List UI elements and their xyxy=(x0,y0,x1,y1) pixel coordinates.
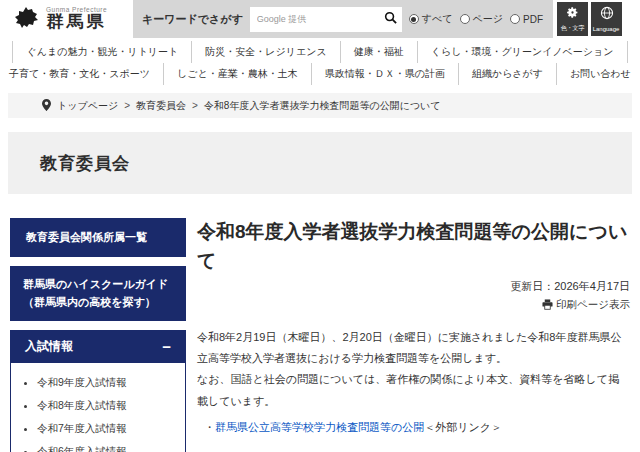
print-page-link[interactable]: 印刷ページ表示 xyxy=(542,298,630,312)
breadcrumb-separator: > xyxy=(192,100,198,111)
radio-pdf-label: PDF xyxy=(523,14,543,25)
map-pin-icon xyxy=(42,99,51,113)
radio-page-label: ページ xyxy=(473,12,503,26)
language-label: Language xyxy=(593,25,620,32)
search-box xyxy=(250,7,402,32)
sidebar-accordion-exam-info[interactable]: 入試情報 − xyxy=(10,330,186,363)
article-sentence-2: なお、国語と社会の問題については、著作権の関係により本文、資料等を省略して掲載し… xyxy=(197,373,619,406)
radio-pdf[interactable]: PDF xyxy=(510,14,543,25)
highschool-guide-line2: （群馬県内の高校を探す） xyxy=(23,296,156,308)
collapse-minus-icon[interactable]: − xyxy=(162,339,171,354)
nav-item-attraction[interactable]: ぐんまの魅力・観光・リトリート xyxy=(12,41,191,63)
nav-item-living[interactable]: くらし・環境・グリーンイノベーション xyxy=(417,41,628,63)
search-input[interactable] xyxy=(257,14,383,24)
search-button[interactable] xyxy=(383,11,398,27)
sidebar-link-highschool-guide[interactable]: 群馬県のハイスクールガイド （群馬県内の高校を探す） xyxy=(10,266,186,321)
site-logo[interactable]: Gunma Prefecture 群馬県 xyxy=(14,5,107,33)
section-title: 教育委員会 xyxy=(40,152,130,175)
radio-page-circle[interactable] xyxy=(460,14,470,24)
sidebar-item-reiwa6[interactable]: 令和6年度入試情報 xyxy=(37,440,179,452)
external-link-row: ・群馬県公立高等学校学力検査問題等の公開＜外部リンク＞ xyxy=(197,418,630,438)
sidebar-item-reiwa9[interactable]: 令和9年度入試情報 xyxy=(37,371,179,394)
logo-text-ja: 群馬県 xyxy=(46,13,107,32)
radio-pdf-circle[interactable] xyxy=(510,14,520,24)
nav-item-childcare[interactable]: 子育て・教育・文化・スポーツ xyxy=(0,63,163,85)
gear-icon xyxy=(566,6,579,22)
color-text-settings-button[interactable]: 色・文字 xyxy=(557,2,588,36)
nav-item-org[interactable]: 組織からさがす xyxy=(458,63,556,85)
radio-page[interactable]: ページ xyxy=(460,12,503,26)
section-banner: 教育委員会 xyxy=(8,132,632,194)
color-text-settings-label: 色・文字 xyxy=(561,24,585,33)
search-label: キーワードでさがす xyxy=(142,12,243,27)
page-title: 令和8年度入学者選抜学力検査問題等の公開について xyxy=(197,218,630,275)
printer-icon xyxy=(542,299,553,312)
global-nav: ぐんまの魅力・観光・リトリート 防災・安全・レジリエンス 健康・福祉 くらし・環… xyxy=(0,38,640,93)
link-bullet: ・ xyxy=(204,421,215,433)
sidebar-exam-info-list: 令和9年度入試情報 令和8年度入試情報 令和7年度入試情報 令和6年度入試情報 … xyxy=(10,363,186,452)
external-link-suffix: ＜外部リンク＞ xyxy=(424,421,502,433)
site-header: Gunma Prefecture 群馬県 キーワードでさがす すべて ページ xyxy=(0,0,640,38)
radio-all[interactable]: すべて xyxy=(409,12,453,26)
sidebar-item-reiwa8[interactable]: 令和8年度入試情報 xyxy=(37,394,179,417)
sidebar-item-reiwa7[interactable]: 令和7年度入試情報 xyxy=(37,417,179,440)
nav-item-prefgov[interactable]: 県政情報・ＤＸ・県の計画 xyxy=(311,63,458,85)
language-button[interactable]: Language xyxy=(591,2,622,36)
breadcrumb-home[interactable]: トップページ xyxy=(57,99,118,113)
radio-all-label: すべて xyxy=(422,12,453,26)
breadcrumb-separator: > xyxy=(124,100,130,111)
highschool-guide-line1: 群馬県のハイスクールガイド xyxy=(23,278,168,290)
article-sentence-1: 令和8年2月19日（木曜日）、2月20日（金曜日）に実施されました令和8年度群馬… xyxy=(197,331,622,364)
external-link-exam-problems[interactable]: 群馬県公立高等学校学力検査問題等の公開 xyxy=(215,421,424,433)
globe-icon xyxy=(600,6,614,23)
global-nav-row-2: 子育て・教育・文化・スポーツ しごと・産業・農林・土木 県政情報・ＤＸ・県の計画… xyxy=(0,63,640,85)
sidebar-link-departments[interactable]: 教育委員会関係所属一覧 xyxy=(10,218,186,257)
nav-item-work[interactable]: しごと・産業・農林・土木 xyxy=(163,63,311,85)
header-tools: 色・文字 Language xyxy=(557,2,622,36)
article-paragraph: 令和8年2月19日（木曜日）、2月20日（金曜日）に実施されました令和8年度群馬… xyxy=(197,327,630,413)
print-page-label: 印刷ページ表示 xyxy=(556,298,630,312)
breadcrumb-current-page: 令和8年度入学者選抜学力検査問題等の公開について xyxy=(204,99,441,113)
nav-item-disaster[interactable]: 防災・安全・レジリエンス xyxy=(191,41,339,63)
page-meta: 更新日：2026年4月17日 印刷ページ表示 xyxy=(197,279,630,314)
breadcrumb-board-of-education[interactable]: 教育委員会 xyxy=(136,99,186,113)
search-bar: キーワードでさがす すべて ページ PDF xyxy=(133,0,553,38)
search-icon xyxy=(384,11,397,27)
accordion-title: 入試情報 xyxy=(25,338,73,355)
nav-item-health[interactable]: 健康・福祉 xyxy=(340,41,417,63)
search-scope-radios: すべて ページ PDF xyxy=(409,12,543,26)
main-content: 令和8年度入学者選抜学力検査問題等の公開について 更新日：2026年4月17日 … xyxy=(197,218,630,452)
nav-item-contact[interactable]: お問い合わせ xyxy=(556,63,640,85)
content-area: 教育委員会関係所属一覧 群馬県のハイスクールガイド （群馬県内の高校を探す） 入… xyxy=(0,194,640,452)
sidebar: 教育委員会関係所属一覧 群馬県のハイスクールガイド （群馬県内の高校を探す） 入… xyxy=(10,218,186,452)
breadcrumb: トップページ > 教育委員会 > 令和8年度入学者選抜学力検査問題等の公開につい… xyxy=(8,93,632,118)
logo-text: Gunma Prefecture 群馬県 xyxy=(46,6,107,32)
global-nav-row-1: ぐんまの魅力・観光・リトリート 防災・安全・レジリエンス 健康・福祉 くらし・環… xyxy=(0,41,640,63)
radio-all-circle[interactable] xyxy=(409,14,419,24)
updated-date: 更新日：2026年4月17日 xyxy=(197,279,630,294)
gunma-silhouette-icon xyxy=(14,5,40,33)
